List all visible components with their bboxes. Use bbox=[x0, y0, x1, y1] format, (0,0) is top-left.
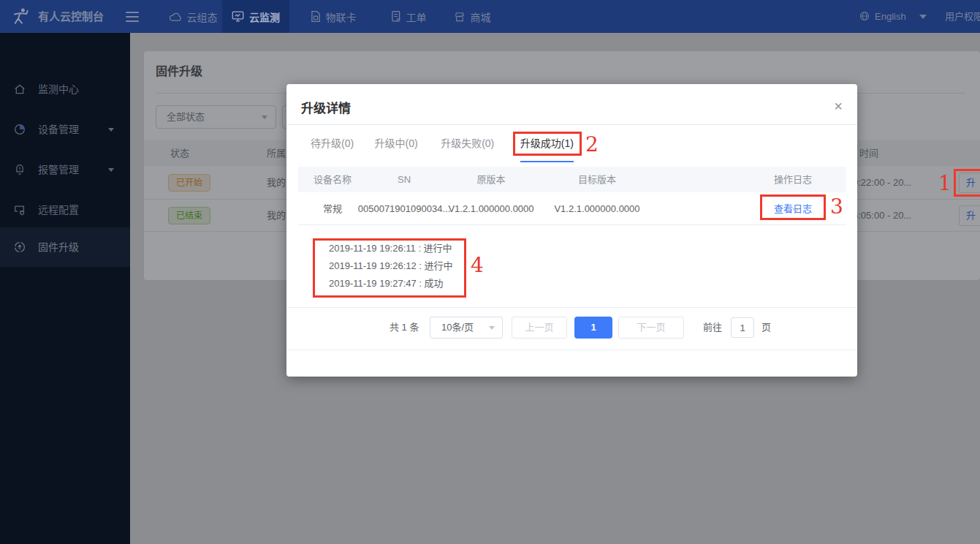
log-entry: 2019-11-19 19:27:47 : 成功 bbox=[329, 275, 453, 292]
nav-item-iot-card[interactable]: 物联卡 bbox=[304, 0, 362, 33]
sidebar-item-firmware-upgrade[interactable]: 固件升级 bbox=[0, 227, 130, 267]
remote-config-icon bbox=[13, 203, 26, 216]
user-menu[interactable]: 用户权限 bbox=[945, 0, 980, 33]
col-status: 状态 bbox=[170, 140, 189, 166]
screen: 有人云控制台 云组态 云监测 物联卡 工单 商城 English bbox=[0, 0, 980, 544]
page-size-value: 10条/页 bbox=[441, 317, 474, 338]
sidebar-item-label: 监测中心 bbox=[38, 69, 79, 109]
chevron-down-icon bbox=[108, 168, 114, 172]
device-name-cell: 常规 bbox=[323, 192, 342, 225]
col-operation-log: 操作日志 bbox=[774, 167, 812, 192]
operation-log-list: 2019-11-19 19:26:11 : 进行中 2019-11-19 19:… bbox=[329, 240, 453, 292]
nav-item-label: 云组态 bbox=[187, 10, 218, 24]
pagination: 共 1 条 10条/页 上一页 1 下一页 前往 页 bbox=[286, 317, 857, 339]
home-icon bbox=[13, 83, 26, 96]
page-title: 固件升级 bbox=[156, 61, 202, 79]
language-caret-icon[interactable] bbox=[919, 15, 927, 19]
brand-title: 有人云控制台 bbox=[38, 0, 104, 33]
document-icon bbox=[391, 10, 401, 23]
sidebar-item-label: 报警管理 bbox=[38, 150, 79, 189]
nav-item-mall[interactable]: 商城 bbox=[449, 0, 495, 33]
tab-upgrading[interactable]: 升级中(0) bbox=[375, 136, 418, 151]
upgrade-details-modal: 升级详情 × 待升级(0) 升级中(0) 升级失败(0) 升级成功(1) 设备名… bbox=[286, 84, 857, 377]
divider bbox=[286, 350, 857, 350]
sidebar-item-remote-config[interactable]: 远程配置 bbox=[0, 190, 130, 230]
col-time: 时间 bbox=[859, 140, 878, 166]
store-icon bbox=[454, 11, 466, 23]
sn-cell: 0050071901090034... bbox=[358, 192, 451, 225]
upgrade-detail-button[interactable]: 升 bbox=[959, 205, 980, 226]
source-version-cell: V1.2.1.000000.0000 bbox=[448, 192, 533, 225]
owner-cell: 我的 bbox=[267, 166, 286, 200]
divider bbox=[286, 307, 857, 308]
sidebar-item-label: 设备管理 bbox=[38, 110, 79, 149]
sidebar-item-label: 远程配置 bbox=[38, 190, 79, 230]
nav-item-label: 工单 bbox=[406, 10, 427, 24]
brand-logo-icon bbox=[12, 7, 30, 26]
language-selector[interactable]: English bbox=[875, 0, 906, 33]
nav-item-label: 云监测 bbox=[249, 10, 280, 24]
col-device-name: 设备名称 bbox=[314, 167, 352, 192]
upgrade-status-tabs: 待升级(0) 升级中(0) 升级失败(0) 升级成功(1) bbox=[311, 136, 574, 151]
goto-unit: 页 bbox=[761, 317, 771, 339]
tab-pending[interactable]: 待升级(0) bbox=[311, 136, 354, 151]
sim-card-icon bbox=[311, 10, 321, 23]
log-entry: 2019-11-19 19:26:11 : 进行中 bbox=[329, 240, 453, 257]
upgrade-circle-icon bbox=[13, 241, 26, 254]
status-filter-value: 全部状态 bbox=[167, 106, 205, 128]
log-entry: 2019-11-19 19:26:12 : 进行中 bbox=[329, 257, 453, 275]
total-count: 共 1 条 bbox=[390, 317, 419, 339]
status-badge: 已结束 bbox=[168, 207, 210, 224]
hamburger-icon[interactable] bbox=[126, 12, 139, 22]
modal-table-header: 设备名称 SN 原版本 目标版本 操作日志 bbox=[298, 167, 846, 192]
chevron-down-icon bbox=[262, 116, 267, 119]
nav-item-cloud-monitor[interactable]: 云监测 bbox=[222, 0, 289, 33]
next-page-button[interactable]: 下一页 bbox=[618, 317, 684, 339]
target-version-cell: V1.2.1.000000.0000 bbox=[554, 192, 639, 225]
prev-page-button[interactable]: 上一页 bbox=[512, 317, 567, 339]
alarm-bell-icon bbox=[13, 163, 26, 176]
sidebar: 监测中心 设备管理 报警管理 远程配置 固件升级 19:28:32 2019-1… bbox=[0, 33, 130, 544]
status-badge: 已开始 bbox=[168, 174, 210, 192]
page-size-select[interactable]: 10条/页 bbox=[430, 317, 503, 339]
upgrade-detail-button[interactable]: 升 bbox=[959, 173, 980, 193]
close-icon[interactable]: × bbox=[834, 99, 843, 113]
col-target-version: 目标版本 bbox=[578, 167, 616, 192]
status-filter-select[interactable]: 全部状态 bbox=[156, 105, 276, 129]
col-owner: 所属 bbox=[267, 140, 286, 166]
sidebar-item-device-management[interactable]: 设备管理 bbox=[0, 110, 130, 149]
globe-icon bbox=[859, 11, 870, 21]
chevron-down-icon bbox=[108, 128, 114, 132]
goto-page-input[interactable] bbox=[731, 317, 754, 338]
current-page-button[interactable]: 1 bbox=[574, 317, 612, 339]
col-source-version: 原版本 bbox=[476, 167, 505, 192]
chevron-down-icon bbox=[792, 192, 799, 225]
device-row: 常规 0050071901090034... V1.2.1.000000.000… bbox=[298, 192, 846, 225]
time-cell: 5:05:00 - 20... bbox=[853, 200, 911, 232]
sidebar-item-alarm-management[interactable]: 报警管理 bbox=[0, 150, 130, 189]
sidebar-item-monitor-center[interactable]: 监测中心 bbox=[0, 69, 130, 109]
nav-item-label: 商城 bbox=[471, 10, 491, 24]
col-sn: SN bbox=[398, 167, 411, 192]
tab-success[interactable]: 升级成功(1) bbox=[520, 136, 574, 151]
monitor-icon bbox=[232, 10, 244, 23]
chevron-down-icon bbox=[489, 326, 495, 330]
top-navbar: 有人云控制台 云组态 云监测 物联卡 工单 商城 English bbox=[0, 0, 980, 33]
modal-title: 升级详情 bbox=[301, 98, 351, 116]
goto-label: 前往 bbox=[703, 317, 722, 339]
nav-item-cloud-scada[interactable]: 云组态 bbox=[165, 0, 221, 33]
sidebar-item-label: 固件升级 bbox=[38, 227, 79, 267]
nav-item-work-order[interactable]: 工单 bbox=[386, 0, 431, 33]
cloud-icon bbox=[169, 12, 182, 22]
time-cell: 9:22:00 - 20... bbox=[853, 166, 911, 200]
nav-item-label: 物联卡 bbox=[326, 10, 357, 24]
pie-chart-icon bbox=[13, 123, 26, 136]
tab-failed[interactable]: 升级失败(0) bbox=[441, 136, 494, 151]
owner-cell: 我的 bbox=[267, 200, 286, 232]
divider bbox=[286, 124, 857, 125]
